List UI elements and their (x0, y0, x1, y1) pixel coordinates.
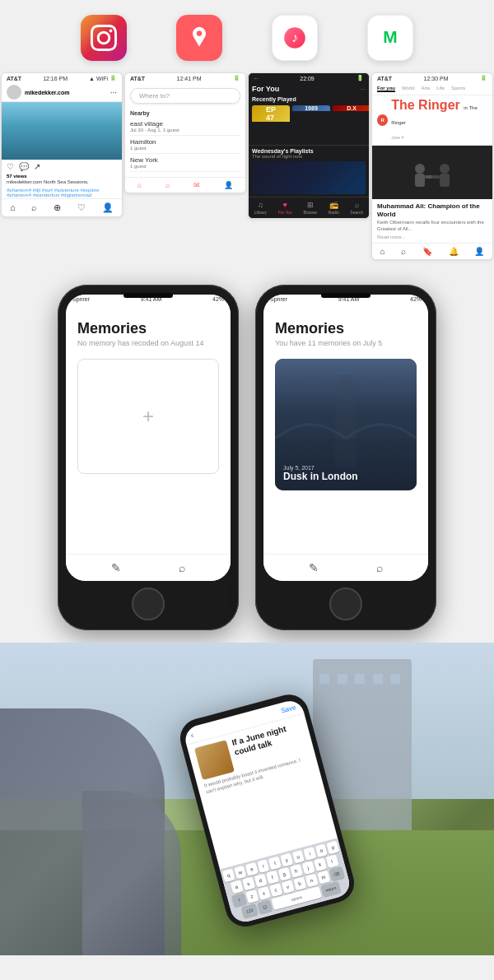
memories-empty-subtitle: No memory has recoded on August 14 (77, 339, 219, 347)
medium-tab-world[interactable]: World (402, 86, 415, 92)
music-nav-foryou[interactable]: ♥ For You (278, 201, 292, 215)
music-nav-search[interactable]: ⌕ Search (350, 201, 363, 215)
memories-card-title: Dusk in London (283, 471, 358, 482)
memories-empty-content: + (66, 351, 231, 554)
medium-nav-bell-icon[interactable]: 🔔 (449, 247, 459, 256)
key-s[interactable]: s (242, 876, 255, 890)
instagram-home-icon[interactable]: ⌂ (10, 202, 16, 213)
key-f[interactable]: f (266, 871, 279, 885)
key-delete[interactable]: ⌫ (329, 866, 344, 881)
airbnb-search-bar[interactable]: Where to? (130, 88, 240, 104)
instagram-profile-icon[interactable]: 👤 (102, 202, 114, 213)
key-d[interactable]: d (254, 874, 267, 888)
memories-edit-icon[interactable]: ✎ (111, 561, 121, 574)
key-t[interactable]: t (268, 856, 282, 870)
key-b[interactable]: b (293, 876, 306, 890)
svg-rect-11 (431, 175, 440, 179)
key-w[interactable]: w (234, 866, 247, 880)
music-album-ep47[interactable]: EP47 (252, 105, 290, 143)
medium-status-bar: AT&T 12:30 PM 🔋 (372, 73, 492, 83)
key-x[interactable]: x (257, 886, 270, 900)
airbnb-app-icon[interactable] (176, 15, 222, 61)
key-a[interactable]: a (230, 880, 243, 894)
phone-home-button-full[interactable] (329, 588, 362, 620)
medium-nav-home-icon[interactable]: ⌂ (380, 247, 385, 256)
key-l[interactable]: l (325, 854, 338, 868)
key-q[interactable]: q (222, 868, 235, 882)
airbnb-item-2-date: 1 guest (130, 146, 240, 151)
medium-nav-profile-icon[interactable]: 👤 (474, 247, 484, 256)
medium-tab-life[interactable]: Life (436, 86, 445, 92)
memories-empty-add-box[interactable]: + (77, 359, 219, 474)
key-n[interactable]: n (305, 873, 318, 887)
airbnb-profile-nav-icon[interactable]: 👤 (224, 181, 233, 189)
key-m[interactable]: m (317, 871, 330, 885)
medium-nav-search-icon[interactable]: ⌕ (401, 247, 406, 256)
music-nav-library[interactable]: ♫ Library (254, 201, 267, 215)
key-return[interactable]: return (320, 881, 341, 897)
key-emoji[interactable]: ☺ (257, 899, 273, 914)
memories-full-screen: Spnrer 9:41 AM 42% Memories You have 11 … (263, 295, 428, 581)
instagram-options[interactable]: ··· (110, 88, 117, 97)
key-r[interactable]: r (257, 859, 270, 873)
key-g[interactable]: g (277, 867, 291, 881)
key-e[interactable]: e (245, 862, 259, 876)
music-app-icon[interactable]: ♪ (272, 15, 318, 61)
airbnb-item-2[interactable]: Hamilton 1 guest (130, 136, 240, 154)
svg-point-9 (440, 164, 450, 174)
airbnb-search-nav-icon[interactable]: ⌕ (165, 181, 170, 189)
key-h[interactable]: h (290, 864, 303, 878)
instagram-status-icons: ▲ WiFi 🔋 (89, 75, 117, 81)
instagram-comment-icon[interactable]: 💬 (19, 162, 29, 171)
memories-empty-battery: 42% (212, 296, 224, 302)
medium-tab-sports[interactable]: Sports (451, 86, 465, 92)
instagram-heart-icon[interactable]: ♡ (77, 202, 86, 213)
airbnb-item-1[interactable]: east village Jul 30 - Aug 1, 1 guest (130, 118, 240, 136)
key-k[interactable]: k (314, 857, 327, 871)
memories-london-card[interactable]: July 5, 2017 Dusk in London (275, 359, 417, 490)
svg-text:M: M (383, 27, 397, 46)
medium-article-image (372, 146, 492, 199)
music-album-extra[interactable]: D.X (333, 105, 370, 143)
instagram-search-nav-icon[interactable]: ⌕ (31, 202, 37, 213)
memories-add-icon: + (142, 405, 154, 428)
music-section-title: For You (252, 85, 279, 93)
memories-full-content: July 5, 2017 Dusk in London (263, 351, 428, 554)
medium-app-icon[interactable]: M (367, 15, 413, 61)
memories-full-edit-icon[interactable]: ✎ (309, 561, 319, 574)
key-p[interactable]: p (327, 840, 340, 854)
instagram-share-icon[interactable]: ↗ (34, 162, 40, 171)
key-j[interactable]: j (301, 861, 315, 875)
key-z[interactable]: z (245, 889, 259, 903)
phone-notch-full (321, 293, 370, 298)
hand-phone-back-button[interactable]: ‹ (189, 730, 194, 739)
instagram-like-icon[interactable]: ♡ (7, 162, 14, 171)
svg-text:♪: ♪ (291, 30, 298, 44)
music-more-button[interactable]: ··· (360, 86, 366, 93)
instagram-add-icon[interactable]: ⊕ (54, 202, 61, 213)
airbnb-inbox-nav-icon[interactable]: ✉ (193, 181, 200, 189)
airbnb-home-nav-icon[interactable]: ⌂ (137, 181, 142, 189)
instagram-app-icon[interactable] (81, 15, 127, 61)
key-o[interactable]: o (315, 843, 329, 857)
music-album-1989[interactable]: 1989 (292, 105, 330, 143)
medium-read-more[interactable]: Read more... (377, 235, 487, 239)
airbnb-item-3[interactable]: New York 1 guest (130, 154, 240, 172)
medium-tab-foryou[interactable]: For you (377, 86, 395, 92)
key-v[interactable]: v (281, 880, 294, 894)
music-nav-radio[interactable]: 📻 Radio (329, 201, 339, 215)
medium-nav-bookmark-icon[interactable]: 🔖 (422, 247, 432, 256)
memories-full-search-icon[interactable]: ⌕ (376, 561, 383, 574)
key-123[interactable]: 123 (241, 903, 259, 917)
hand-phone-save-button[interactable]: Save (280, 704, 296, 714)
key-shift[interactable]: ⇧ (231, 893, 246, 908)
music-nav-browse[interactable]: ⊞ Browse (303, 201, 317, 215)
memories-search-icon[interactable]: ⌕ (179, 561, 185, 574)
key-u[interactable]: u (291, 850, 305, 864)
key-y[interactable]: y (280, 852, 293, 866)
phone-home-button-empty[interactable] (132, 588, 165, 620)
instagram-nav: ⌂ ⌕ ⊕ ♡ 👤 (2, 198, 122, 216)
key-c[interactable]: c (269, 883, 282, 897)
medium-tab-arts[interactable]: Arts (422, 86, 431, 92)
key-i[interactable]: i (303, 847, 316, 861)
